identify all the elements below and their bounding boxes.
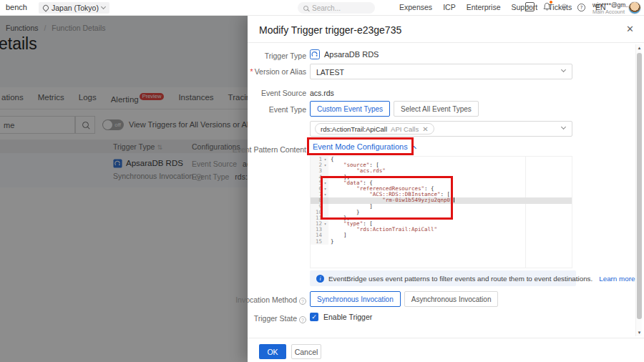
link-icp[interactable]: ICP: [443, 3, 456, 11]
scroll-down-arrow-icon[interactable]: ▼: [637, 331, 642, 335]
link-enterprise[interactable]: Enterprise: [467, 3, 501, 11]
help-icon: ?: [299, 298, 306, 305]
label-event-type: Event Type: [269, 105, 306, 114]
trigger-state-row: ✓ Enable Trigger: [310, 313, 372, 321]
fold-icon[interactable]: ▾: [322, 221, 328, 227]
label-event-pattern-content: Event Pattern Content: [233, 145, 306, 154]
code-line[interactable]: 14 ]: [311, 233, 572, 238]
required-mark: *: [250, 67, 253, 76]
fold-spacer: [322, 197, 328, 203]
location-pin-icon: [42, 4, 49, 11]
fold-spacer: [322, 215, 328, 221]
chevron-down-icon: [101, 4, 106, 9]
fold-spacer: [322, 233, 328, 238]
label-event-source: Event Source: [261, 89, 306, 97]
tag-desc: API Calls: [391, 125, 419, 133]
enable-trigger-checkbox[interactable]: ✓: [310, 313, 318, 321]
label-trigger-type: Trigger Type: [265, 52, 306, 60]
user-account-block[interactable]: win****@gm... Main Account: [592, 1, 627, 15]
event-type-tag: rds:ActionTrail:ApiCall API Calls ✕: [315, 123, 434, 134]
user-name: win****@gm...: [592, 1, 627, 9]
fold-icon[interactable]: ▾: [322, 186, 328, 192]
ok-button[interactable]: OK: [259, 344, 286, 359]
fold-spacer: [322, 239, 328, 245]
tag-name: rds:ActionTrail:ApiCall: [321, 125, 387, 133]
tag-remove-icon[interactable]: ✕: [422, 125, 428, 133]
svg-text:?: ?: [580, 5, 583, 11]
fold-spacer: [322, 227, 328, 233]
select-all-event-types-button[interactable]: Select All Event Types: [394, 101, 479, 117]
label-version-or-alias: *Version or Alias: [250, 67, 306, 76]
chevron-down-icon: [561, 67, 566, 72]
info-icon: i: [316, 275, 324, 283]
chevron-up-icon: [411, 146, 416, 151]
region-selector[interactable]: Japan (Tokyo): [39, 2, 109, 14]
fold-spacer: [322, 210, 328, 215]
region-label: Japan (Tokyo): [52, 4, 99, 12]
panel-scrollbar[interactable]: ▲ ▼: [635, 44, 642, 336]
event-type-multiselect[interactable]: rds:ActionTrail:ApiCall API Calls ✕: [310, 121, 572, 137]
panel-header: Modify Trigger trigger-e23ge735 ✕: [248, 16, 644, 43]
label-trigger-state: Trigger State?: [254, 314, 306, 323]
eventbridge-info-banner: i EventBridge uses event patterns to fil…: [310, 270, 576, 286]
fold-spacer: [322, 175, 328, 180]
synchronous-invocation-button[interactable]: Synchronous Invocation: [310, 291, 401, 307]
version-select[interactable]: LATEST: [310, 64, 572, 79]
top-nav-bar: bench Japan (Tokyo) Search... Expenses I…: [0, 0, 644, 16]
close-icon[interactable]: ✕: [626, 24, 634, 34]
notification-dot: [550, 1, 552, 4]
search-placeholder: Search...: [312, 4, 341, 12]
code-lines: 1▾{2▾ "source": [3 "acs.rds"4 ],5▾ "data…: [311, 157, 572, 245]
label-invocation-method: Invocation Method?: [235, 295, 306, 305]
cloudshell-icon[interactable]: [525, 2, 535, 11]
panel-footer: OK Cancel: [248, 338, 644, 362]
link-expenses[interactable]: Expenses: [399, 3, 432, 11]
fold-spacer: [322, 204, 328, 210]
trigger-type-value: ApsaraDB RDS: [310, 49, 379, 59]
event-mode-configurations-link[interactable]: Event Mode Configurations: [313, 142, 416, 151]
rds-icon: [310, 49, 320, 59]
cancel-button[interactable]: Cancel: [291, 344, 321, 359]
fold-icon[interactable]: ▾: [322, 180, 328, 186]
version-select-value: LATEST: [316, 68, 344, 77]
asynchronous-invocation-button[interactable]: Asynchronous Invocation: [404, 291, 499, 307]
modify-trigger-panel: Modify Trigger trigger-e23ge735 ✕ Trigge…: [248, 16, 644, 362]
global-search-input[interactable]: Search...: [298, 2, 375, 14]
enable-trigger-label: Enable Trigger: [323, 313, 372, 321]
custom-event-types-button[interactable]: Custom Event Types: [310, 101, 390, 117]
scrollbar-thumb[interactable]: [637, 53, 642, 319]
invocation-method-buttons: Synchronous Invocation Asynchronous Invo…: [310, 291, 498, 307]
user-account-type: Main Account: [592, 9, 627, 15]
fold-icon[interactable]: ▾: [322, 192, 328, 197]
user-avatar[interactable]: [628, 1, 641, 14]
notifications-bell-icon[interactable]: [542, 2, 552, 11]
code-line[interactable]: 13 "rds:ActionTrail:ApiCall": [311, 227, 572, 233]
fold-icon[interactable]: ▾: [322, 162, 328, 168]
text-cursor: [454, 197, 454, 202]
help-icon[interactable]: ?: [577, 2, 586, 11]
help-icon: ?: [299, 316, 306, 323]
fold-spacer: [322, 168, 328, 174]
event-type-buttons: Custom Event Types Select All Event Type…: [310, 101, 479, 117]
app-root: bench Japan (Tokyo) Search... Expenses I…: [0, 0, 644, 362]
lightbulb-icon[interactable]: [560, 2, 569, 11]
learn-more-link[interactable]: Learn more.: [599, 275, 637, 283]
workbench-label[interactable]: bench: [6, 3, 27, 11]
event-source-value: acs.rds: [310, 89, 334, 97]
search-icon: [303, 6, 308, 11]
code-text: }: [328, 239, 334, 245]
chevron-down-icon: [561, 124, 566, 129]
event-pattern-code-editor[interactable]: 1▾{2▾ "source": [3 "acs.rds"4 ],5▾ "data…: [310, 156, 572, 268]
fold-icon[interactable]: ▾: [322, 157, 328, 162]
code-line[interactable]: 15}: [311, 239, 572, 245]
scroll-up-arrow-icon[interactable]: ▲: [637, 46, 642, 50]
banner-text: EventBridge uses event patterns to filte…: [328, 275, 592, 283]
line-number: 15: [311, 239, 322, 245]
panel-title: Modify Trigger trigger-e23ge735: [259, 24, 401, 36]
